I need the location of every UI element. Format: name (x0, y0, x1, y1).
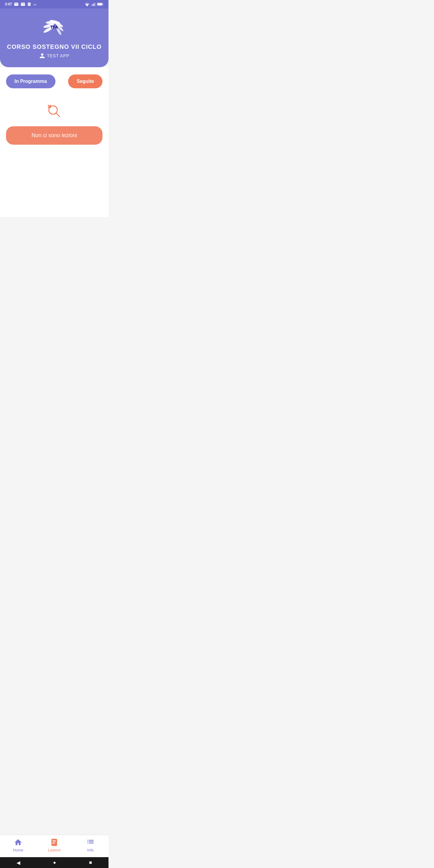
svg-rect-2 (93, 4, 93, 6)
sim-icon (27, 2, 31, 6)
status-icons (84, 2, 104, 6)
no-results-icon (45, 102, 63, 120)
svg-rect-3 (94, 3, 95, 6)
gmail-icon-1 (14, 2, 19, 7)
svg-rect-1 (91, 4, 92, 6)
svg-rect-6 (102, 4, 103, 4)
user-row: TEST APP (39, 53, 70, 59)
no-lessons-message: Non ci sono lezioni (6, 126, 102, 145)
signal-icon (91, 2, 96, 6)
svg-rect-7 (98, 3, 102, 5)
in-programma-button[interactable]: In Programma (6, 74, 56, 88)
data-icon (33, 2, 37, 6)
empty-state: Non ci sono lezioni (0, 93, 108, 151)
status-time: 3:07 (5, 2, 12, 6)
filter-row: In Programma Seguite (0, 67, 108, 93)
user-icon (39, 53, 45, 59)
gmail-icon-2 (21, 2, 25, 7)
seguite-button[interactable]: Seguite (68, 74, 102, 88)
svg-line-17 (56, 113, 60, 117)
status-bar: 3:07 (0, 0, 108, 8)
battery-icon (97, 2, 104, 6)
svg-text:TFA: TFA (50, 25, 58, 30)
svg-rect-0 (28, 2, 30, 6)
svg-rect-4 (95, 3, 96, 6)
logo-container: TFA (42, 14, 66, 40)
user-label: TEST APP (47, 53, 70, 58)
main-content: In Programma Seguite Non ci sono lezioni (0, 67, 108, 217)
wifi-icon (84, 2, 90, 6)
app-title: CORSO SOSTEGNO VII CICLO (7, 43, 101, 50)
app-logo: TFA (42, 14, 66, 38)
app-header: TFA CORSO SOSTEGNO VII CICLO TEST APP (0, 8, 108, 67)
